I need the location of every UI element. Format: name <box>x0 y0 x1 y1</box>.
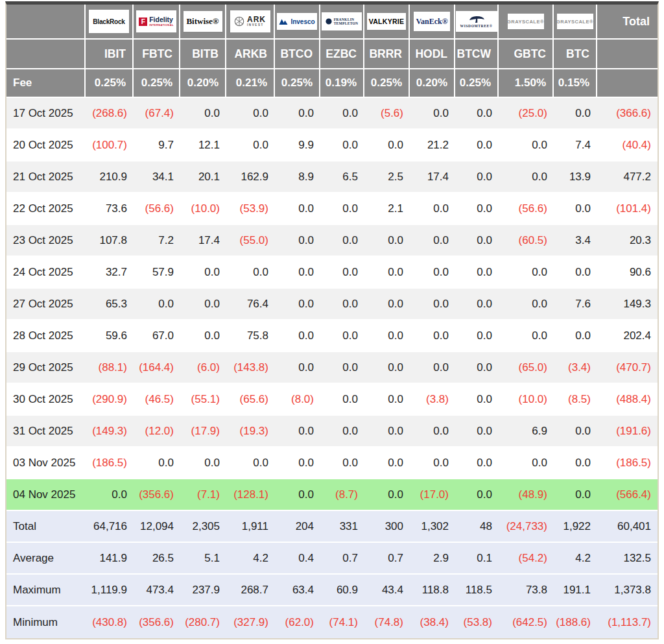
value-cell: 0.0 <box>275 479 320 511</box>
total-header: Total <box>597 5 658 40</box>
summary-value: 191.1 <box>554 575 597 606</box>
table-header: BlackRockFFidelityINTERNATIONALBitwise®A… <box>6 5 658 98</box>
value-cell: 7.4 <box>554 130 597 161</box>
value-cell: 0.0 <box>455 193 499 225</box>
value-cell: 0.0 <box>410 193 455 225</box>
value-cell: 0.0 <box>554 98 597 130</box>
value-cell: 0.0 <box>499 320 554 352</box>
valkyrie-logo: VALKYRIE <box>367 13 406 30</box>
value-cell: 0.0 <box>455 161 499 193</box>
value-cell: 0.0 <box>554 416 597 447</box>
summary-value: 5.1 <box>180 543 226 575</box>
value-cell: 75.8 <box>226 320 275 352</box>
date-cell: 21 Oct 2025 <box>6 161 86 193</box>
value-cell: (3.4) <box>554 352 597 384</box>
value-cell: 32.7 <box>86 257 134 289</box>
value-cell: 0.0 <box>455 479 499 511</box>
summary-value: 1,922 <box>554 511 597 543</box>
summary-value: 0.7 <box>320 543 364 575</box>
summary-value: 132.5 <box>597 543 658 575</box>
brand-text: GRAYSCALE® <box>507 19 544 25</box>
value-cell: (5.6) <box>364 98 410 130</box>
summary-value: 60,401 <box>597 511 658 543</box>
fidelity-logo: FFidelityINTERNATIONAL <box>136 10 176 32</box>
ticker-header: HODL <box>410 40 455 69</box>
value-cell: (53.9) <box>226 193 275 225</box>
issuer-logo-cell: VanEck® <box>410 5 455 40</box>
blackrock-logo: BlackRock <box>89 10 129 33</box>
summary-value: 118.8 <box>410 575 455 606</box>
value-cell: 0.0 <box>455 257 499 289</box>
value-cell: 0.0 <box>410 352 455 384</box>
value-cell: (88.1) <box>86 352 134 384</box>
fee-cell: 0.21% <box>226 69 275 98</box>
row-total-cell: (470.7) <box>597 352 658 384</box>
issuer-logo-cell: VALKYRIE <box>364 5 410 40</box>
summary-value: 48 <box>455 511 499 543</box>
value-cell: 0.0 <box>180 98 226 130</box>
corner-cell <box>6 5 86 40</box>
value-cell: 7.6 <box>554 289 597 320</box>
value-cell: 0.0 <box>320 416 364 447</box>
value-cell: 0.0 <box>364 130 410 161</box>
value-cell: 0.0 <box>320 193 364 225</box>
issuer-logo-cell: WISDOMTREE® <box>455 5 499 40</box>
invesco-peaks-icon <box>279 18 289 25</box>
value-cell: (164.4) <box>134 352 180 384</box>
value-cell: 0.0 <box>455 352 499 384</box>
value-cell: 73.6 <box>86 193 134 225</box>
wisdomtree-tree-icon <box>467 15 486 23</box>
table-row: 03 Nov 2025(186.5)0.00.00.00.00.00.00.00… <box>6 447 658 479</box>
value-cell: 0.0 <box>410 257 455 289</box>
value-cell: 0.0 <box>410 320 455 352</box>
fee-row-label: Fee <box>6 69 86 98</box>
value-cell: 0.0 <box>275 257 320 289</box>
value-cell: 0.0 <box>226 257 275 289</box>
value-cell: 17.4 <box>180 225 226 257</box>
summary-label: Maximum <box>6 575 86 606</box>
row-total-cell: 202.4 <box>597 320 658 352</box>
value-cell: (268.6) <box>86 98 134 130</box>
brand-text: VALKYRIE <box>369 18 405 25</box>
table-row: 21 Oct 2025210.934.120.1162.98.96.52.517… <box>6 161 658 193</box>
fee-cell: 1.50% <box>499 69 554 98</box>
ark-circle-icon <box>234 16 244 27</box>
summary-value: 268.7 <box>226 575 275 606</box>
value-cell: 0.0 <box>410 289 455 320</box>
value-cell: 0.0 <box>554 320 597 352</box>
table-row: 23 Oct 2025107.87.217.4(55.0)0.00.00.00.… <box>6 225 658 257</box>
issuer-logo-cell: GRAYSCALE® <box>554 5 597 40</box>
summary-value: (62.0) <box>275 606 320 638</box>
ticker-header: BITB <box>180 40 226 69</box>
value-cell: (8.0) <box>275 384 320 416</box>
value-cell: 34.1 <box>134 161 180 193</box>
value-cell: (60.5) <box>499 225 554 257</box>
row-total-cell: 149.3 <box>597 289 658 320</box>
value-cell: (3.8) <box>410 384 455 416</box>
invesco-logo: Invesco <box>277 13 317 30</box>
row-total-cell: (366.6) <box>597 98 658 130</box>
value-cell: 0.0 <box>320 352 364 384</box>
summary-value: (24,733) <box>499 511 554 543</box>
value-cell: (25.0) <box>499 98 554 130</box>
value-cell: 0.0 <box>134 447 180 479</box>
row-total-cell: 90.6 <box>597 257 658 289</box>
value-cell: 0.0 <box>86 479 134 511</box>
value-cell: 0.0 <box>226 130 275 161</box>
table-row: 20 Oct 2025(100.7)9.712.10.09.90.00.021.… <box>6 130 658 161</box>
summary-value: 1,302 <box>410 511 455 543</box>
value-cell: 2.5 <box>364 161 410 193</box>
value-cell: 0.0 <box>180 289 226 320</box>
brand-text-stack: FidelityINTERNATIONAL <box>149 16 174 27</box>
summary-row: Minimum(430.8)(356.6)(280.7)(327.9)(62.0… <box>6 606 658 638</box>
value-cell: 0.0 <box>275 193 320 225</box>
etf-flow-table: BlackRockFFidelityINTERNATIONALBitwise®A… <box>6 5 658 638</box>
summary-value: (74.8) <box>364 606 410 638</box>
value-cell: (19.3) <box>226 416 275 447</box>
summary-value: 2,305 <box>180 511 226 543</box>
value-cell: 107.8 <box>86 225 134 257</box>
summary-value: 64,716 <box>86 511 134 543</box>
brand-text: GRAYSCALE® <box>556 19 593 25</box>
table-row: 31 Oct 2025(149.3)(12.0)(17.9)(19.3)0.00… <box>6 416 658 447</box>
value-cell: 0.0 <box>320 289 364 320</box>
